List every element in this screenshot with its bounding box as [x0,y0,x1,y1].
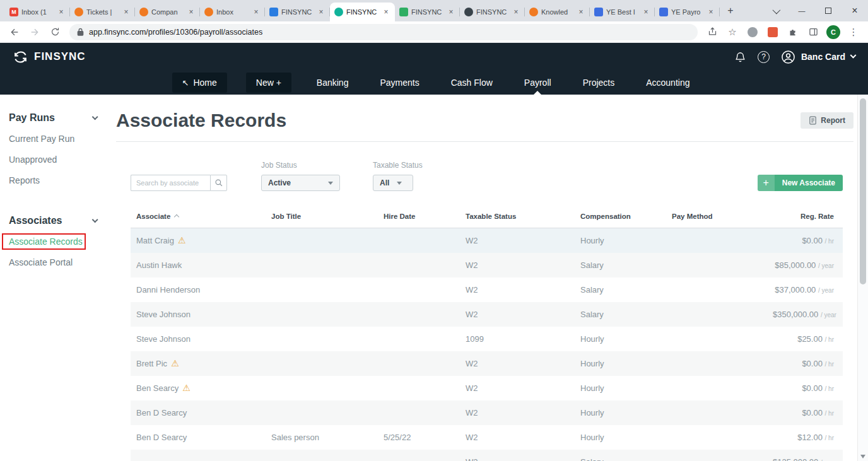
account-menu[interactable]: Banc Card [781,50,855,64]
tab-close-icon[interactable] [642,8,650,16]
app-body: Pay Runs Current Pay Run Unapproved Repo… [0,95,868,461]
col-reg-rate[interactable]: Reg. Rate [767,206,843,228]
notifications-bell-icon[interactable] [734,51,746,63]
compensation-cell: Salary [575,302,666,327]
table-row[interactable]: Ben Searcy⚠ W2 Hourly $0.00 / hr [131,376,843,400]
browser-tab[interactable]: YE Payro [655,3,720,21]
browser-tab-strip: M Inbox (1 Tickets | Compan Inbox FINSYN… [0,0,868,21]
browser-tab[interactable]: Tickets | [70,3,135,21]
pay-method-cell [666,302,767,327]
browser-tab[interactable]: Knowled [525,3,590,21]
table-row[interactable]: Brett Pic⚠ W2 Hourly $0.00 / hr [131,351,843,376]
close-window-button[interactable] [842,0,868,21]
nav-item-projects[interactable]: Projects [577,73,621,93]
taxable-status-select[interactable]: All [373,175,413,191]
rate-unit: / hr [825,435,834,441]
table-row[interactable]: Austin Hawk W2 Salary $85,000.00 / year [131,253,843,277]
nav-item-label: Banking [317,78,349,88]
tab-title: Inbox (1 [21,8,54,16]
vertical-scrollbar[interactable] [857,95,868,461]
scroll-down-arrow-icon[interactable] [860,455,865,458]
col-hire-date[interactable]: Hire Date [378,206,460,228]
hire-date-cell [378,277,460,302]
browser-tab[interactable]: M Inbox (1 [5,3,70,21]
extension-icon-gray[interactable] [744,24,761,40]
tab-close-icon[interactable] [512,8,520,16]
table-row[interactable]: Steve Johnson W2 Salary $350,000.00 / ye… [131,302,843,327]
table-row[interactable]: Ben D Searcy Sales person 5/25/22 W2 Hou… [131,425,843,450]
browser-tab[interactable]: Inbox [200,3,265,21]
nav-item-cash-flow[interactable]: Cash Flow [445,73,499,93]
col-associate[interactable]: Associate [131,206,266,228]
sidebar-item-associate-portal[interactable]: Associate Portal [9,257,73,267]
associate-name-cell: Austin Hawk [131,253,266,277]
sidebar-section-title[interactable]: Pay Runs [9,112,98,124]
tab-close-icon[interactable] [122,8,131,16]
forward-icon[interactable] [26,24,43,40]
browser-tab[interactable]: FINSYNC [395,3,460,21]
job-status-select[interactable]: Active [261,175,340,191]
report-button[interactable]: Report [801,112,853,129]
sidebar-item-associate-records[interactable]: Associate Records [9,236,83,247]
side-panel-icon[interactable] [805,24,821,40]
bookmark-star-icon[interactable] [724,24,741,40]
address-bar[interactable]: app.finsync.com/profiles/10306/payroll/a… [69,24,698,40]
finsync-logo[interactable]: FINSYNC [13,49,86,65]
tab-close-icon[interactable] [252,8,261,16]
table-row[interactable]: W2 Salary $125,000.00 / year [131,450,843,461]
sidebar-item-unapproved[interactable]: Unapproved [9,155,57,165]
tab-close-icon[interactable] [187,8,196,16]
tab-close-icon[interactable] [382,8,390,16]
new-associate-button[interactable]: New Associate [758,175,843,191]
tab-close-icon[interactable] [317,8,326,16]
table-row[interactable]: Matt Craig⚠ W2 Hourly $0.00 / hr [131,228,843,253]
profile-avatar[interactable]: C [825,24,842,40]
tab-close-icon[interactable] [447,8,455,16]
hire-date-cell: 5/25/22 [378,425,460,450]
sidebar-item-current-pay-run[interactable]: Current Pay Run [9,134,74,144]
browser-tab[interactable]: YE Best I [590,3,655,21]
maximize-button[interactable] [815,0,842,21]
rate-unit: / hr [825,336,834,343]
sort-asc-icon [174,214,179,219]
browser-tab[interactable]: FINSYNC [330,3,395,21]
table-row[interactable]: Steve Johnson 1099 Hourly $25.00 / hr [131,327,843,351]
search-input[interactable] [131,175,210,191]
sidebar-item-reports[interactable]: Reports [9,175,40,185]
reload-icon[interactable] [47,24,63,40]
minimize-button[interactable] [789,0,815,21]
nav-item-payroll[interactable]: Payroll [518,73,558,93]
search-button[interactable] [210,175,227,191]
tab-close-icon[interactable] [577,8,585,16]
sidebar-section-title[interactable]: Associates [9,215,98,226]
share-icon[interactable] [704,24,720,40]
back-icon[interactable] [6,24,23,40]
nav-item-banking[interactable]: Banking [310,73,355,93]
nav-item-new[interactable]: New + [246,73,291,93]
col-pay-method[interactable]: Pay Method [666,206,767,228]
col-compensation[interactable]: Compensation [575,206,666,228]
help-icon[interactable] [758,51,770,63]
extensions-puzzle-icon[interactable] [785,24,801,40]
col-job-title[interactable]: Job Title [266,206,378,228]
browser-tab[interactable]: Compan [135,3,200,21]
new-tab-button[interactable] [722,3,739,19]
tab-search-icon[interactable] [762,0,789,21]
job-title-cell [266,228,378,253]
associate-name-cell: Ben Searcy⚠ [131,376,266,400]
browser-tab[interactable]: FINSYNC [460,3,525,21]
extension-icon-orange[interactable] [765,24,781,40]
col-taxable-status[interactable]: Taxable Status [460,206,575,228]
nav-item-payments[interactable]: Payments [373,73,425,93]
tab-close-icon[interactable] [707,8,715,16]
nav-item-home[interactable]: ↖ Home [172,73,227,93]
table-row[interactable]: Danni Henderson W2 Salary $37,000.00 / y… [131,277,843,302]
tab-close-icon[interactable] [57,8,66,16]
browser-menu-icon[interactable] [845,24,862,40]
reg-rate-value: $37,000.00 [775,285,816,295]
browser-tab[interactable]: FINSYNC [265,3,330,21]
nav-item-accounting[interactable]: Accounting [640,73,696,93]
scrollbar-thumb[interactable] [860,98,866,284]
table-row[interactable]: Ben D Searcy W2 Hourly $0.00 / hr [131,400,843,425]
taxable-status-cell: W2 [460,400,575,425]
